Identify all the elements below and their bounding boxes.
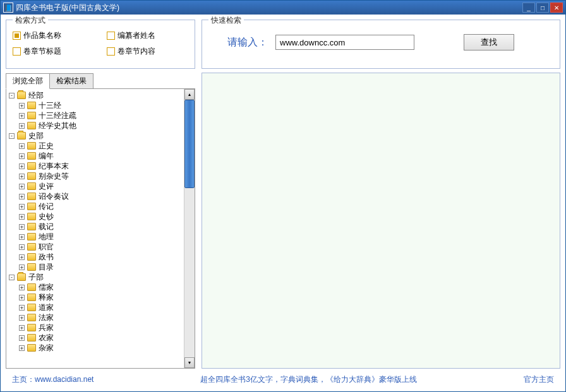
checkbox-option[interactable]: 作品集名称 bbox=[13, 30, 94, 41]
checkbox-option[interactable]: 卷章节标题 bbox=[13, 46, 94, 57]
tree-item[interactable]: +法家 bbox=[8, 312, 183, 323]
expand-icon[interactable]: + bbox=[19, 325, 25, 331]
footer-center: 超全四库全书3亿文字，字典词典集，《给力大辞典》豪华版上线 bbox=[93, 374, 524, 385]
tree-item[interactable]: +儒家 bbox=[8, 282, 183, 292]
folder-icon bbox=[27, 102, 36, 109]
search-mode-title: 检索方式 bbox=[13, 15, 48, 26]
expand-icon[interactable]: + bbox=[19, 295, 25, 300]
tree-view[interactable]: -经部+十三经+十三经注疏+经学史其他-史部+正史+编年+纪事本末+别杂史等+史… bbox=[6, 89, 184, 368]
tree-item[interactable]: +道家 bbox=[8, 302, 183, 312]
expand-icon[interactable]: + bbox=[19, 103, 25, 109]
expand-icon[interactable]: + bbox=[19, 345, 25, 351]
scroll-down-button[interactable]: ▾ bbox=[184, 357, 195, 368]
collapse-icon[interactable]: - bbox=[9, 133, 15, 139]
checkbox-icon[interactable] bbox=[107, 32, 115, 40]
tree-label: 职官 bbox=[39, 242, 54, 252]
tree-item[interactable]: +地理 bbox=[8, 232, 183, 242]
tree-label: 农家 bbox=[39, 333, 54, 343]
tree-item[interactable]: -经部 bbox=[8, 90, 183, 100]
tree-label: 目录 bbox=[39, 262, 54, 273]
tree-item[interactable]: +目录 bbox=[8, 262, 183, 272]
tree-item[interactable]: +史评 bbox=[8, 181, 183, 191]
tree-item[interactable]: +经学史其他 bbox=[8, 121, 183, 131]
tab[interactable]: 浏览全部 bbox=[6, 73, 50, 89]
folder-icon bbox=[27, 162, 36, 170]
expand-icon[interactable]: + bbox=[19, 123, 25, 129]
expand-icon[interactable]: + bbox=[19, 214, 25, 220]
expand-icon[interactable]: + bbox=[19, 234, 25, 240]
tree-item[interactable]: +政书 bbox=[8, 252, 183, 262]
maximize-button[interactable]: □ bbox=[536, 3, 549, 13]
expand-icon[interactable]: + bbox=[19, 254, 25, 260]
expand-icon[interactable]: + bbox=[19, 285, 25, 290]
expand-icon[interactable]: + bbox=[19, 153, 25, 159]
expand-icon[interactable]: + bbox=[19, 335, 25, 341]
search-input[interactable] bbox=[275, 35, 414, 50]
checkbox-icon[interactable] bbox=[107, 47, 115, 56]
tree-item[interactable]: +杂家 bbox=[8, 343, 183, 353]
expand-icon[interactable]: + bbox=[19, 264, 25, 270]
tree-item[interactable]: +十三经 bbox=[8, 100, 183, 110]
home-prefix: 主页： bbox=[12, 375, 35, 384]
footer: 主页：www.dacidian.net 超全四库全书3亿文字，字典词典集，《给力… bbox=[6, 372, 560, 386]
close-button[interactable]: ✕ bbox=[550, 3, 563, 13]
tree-label: 十三经注疏 bbox=[39, 110, 76, 121]
checkbox-label: 卷章节内容 bbox=[117, 46, 155, 57]
tree-item[interactable]: +传记 bbox=[8, 201, 183, 211]
tab[interactable]: 检索结果 bbox=[49, 73, 93, 89]
expand-icon[interactable]: + bbox=[19, 305, 25, 311]
app-icon: 📘 bbox=[3, 3, 13, 13]
expand-icon[interactable]: + bbox=[19, 163, 25, 169]
tree-item[interactable]: +载记 bbox=[8, 222, 183, 232]
tree-item[interactable]: +别杂史等 bbox=[8, 171, 183, 181]
tree-item[interactable]: -子部 bbox=[8, 272, 183, 282]
expand-icon[interactable]: + bbox=[19, 174, 25, 179]
folder-icon bbox=[27, 314, 36, 321]
tree-item[interactable]: -史部 bbox=[8, 131, 183, 141]
checkbox-icon[interactable] bbox=[13, 47, 21, 56]
folder-icon bbox=[27, 243, 36, 251]
search-button[interactable]: 查找 bbox=[464, 34, 514, 50]
tree-label: 编年 bbox=[39, 151, 54, 162]
checkbox-option[interactable]: 编纂者姓名 bbox=[107, 30, 188, 41]
scroll-track[interactable] bbox=[184, 100, 195, 357]
top-row: 检索方式 作品集名称编纂者姓名卷章节标题卷章节内容 快速检索 请输入： 查找 bbox=[6, 20, 560, 69]
tree-label: 别杂史等 bbox=[39, 171, 69, 182]
tree-label: 正史 bbox=[39, 141, 54, 151]
scroll-up-button[interactable]: ▴ bbox=[184, 89, 195, 100]
tree-label: 子部 bbox=[28, 272, 44, 283]
scroll-thumb[interactable] bbox=[184, 100, 195, 188]
collapse-icon[interactable]: - bbox=[9, 93, 15, 98]
tree-item[interactable]: +诏令奏议 bbox=[8, 191, 183, 201]
folder-icon bbox=[27, 112, 36, 119]
tree-item[interactable]: +农家 bbox=[8, 333, 183, 343]
quick-search-group: 快速检索 请输入： 查找 bbox=[202, 20, 560, 69]
expand-icon[interactable]: + bbox=[19, 113, 25, 119]
tree-item[interactable]: +释家 bbox=[8, 292, 183, 302]
tree-item[interactable]: +兵家 bbox=[8, 323, 183, 333]
expand-icon[interactable]: + bbox=[19, 184, 25, 189]
folder-icon bbox=[17, 132, 26, 140]
checkbox-option[interactable]: 卷章节内容 bbox=[107, 46, 188, 57]
minimize-button[interactable]: _ bbox=[522, 3, 535, 13]
folder-icon bbox=[27, 334, 36, 342]
scrollbar[interactable]: ▴ ▾ bbox=[184, 89, 195, 368]
folder-icon bbox=[27, 253, 36, 261]
collapse-icon[interactable]: - bbox=[9, 275, 15, 280]
checkbox-icon[interactable] bbox=[13, 32, 21, 40]
tree-item[interactable]: +正史 bbox=[8, 141, 183, 151]
tree-item[interactable]: +史钞 bbox=[8, 211, 183, 222]
expand-icon[interactable]: + bbox=[19, 194, 25, 199]
tree-item[interactable]: +编年 bbox=[8, 151, 183, 161]
expand-icon[interactable]: + bbox=[19, 143, 25, 149]
official-link[interactable]: 官方主页 bbox=[524, 374, 554, 385]
expand-icon[interactable]: + bbox=[19, 204, 25, 210]
home-link[interactable]: www.dacidian.net bbox=[35, 375, 93, 384]
expand-icon[interactable]: + bbox=[19, 315, 25, 321]
app-window: 📘 四库全书电子版(中国古典文学) _ □ ✕ 检索方式 作品集名称编纂者姓名卷… bbox=[0, 0, 566, 392]
tree-item[interactable]: +纪事本末 bbox=[8, 161, 183, 171]
tree-item[interactable]: +职官 bbox=[8, 242, 183, 252]
expand-icon[interactable]: + bbox=[19, 224, 25, 230]
tree-item[interactable]: +十三经注疏 bbox=[8, 110, 183, 121]
expand-icon[interactable]: + bbox=[19, 244, 25, 250]
